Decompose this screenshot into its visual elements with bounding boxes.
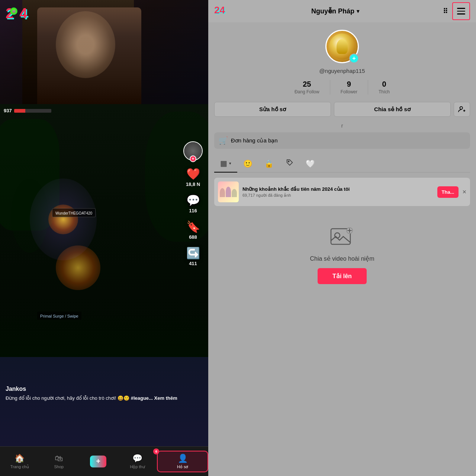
hp-value: 937 [4, 108, 12, 113]
tab-favorites[interactable]: 🤍 [300, 155, 321, 172]
notif-thumbnail [218, 181, 239, 202]
heart-outline-icon: 🤍 [306, 159, 315, 168]
profile-body: + @nguyenphap115 25 Đang Follow 9 Follow… [208, 22, 476, 476]
bottom-navigation: 🏠 Trang chủ 🛍 Shop + 💬 6 Hộp thư 👤 Hồ sơ [0, 446, 208, 476]
nav-shop[interactable]: 🛍 Shop [39, 451, 79, 472]
svg-point-3 [288, 161, 289, 162]
create-plus-button[interactable]: + [90, 456, 106, 467]
tab-videos-grid[interactable]: ▦ ▾ [214, 155, 237, 173]
r-label: r [214, 123, 470, 129]
like-button[interactable]: ❤️ 18,8 N [186, 167, 200, 187]
cart-icon: 🛒 [219, 136, 228, 145]
stat-following-count: 25 [303, 80, 311, 89]
hamburger-line-1 [457, 8, 465, 9]
avatar-area[interactable]: + [183, 141, 203, 161]
upload-button[interactable]: Tải lên [318, 268, 367, 284]
notification-banner: Những khoảnh khắc đầu tiên năm 2024 của … [214, 178, 470, 206]
memories-icon [329, 223, 355, 249]
header-username-area[interactable]: Nguyễn Pháp ▾ [311, 7, 359, 15]
tab-private[interactable]: 🔒 [258, 155, 280, 172]
home-icon: 🏠 [15, 454, 25, 463]
caption-username: Jankos [6, 386, 178, 392]
bookmark-button[interactable]: 🔖 688 [186, 220, 200, 240]
inbox-icon: 💬 [132, 454, 142, 463]
notif-content: Những khoảnh khắc đầu tiên năm 2024 của … [242, 186, 434, 197]
header-right-actions: ⠿ [443, 2, 470, 20]
order-text: Đơn hàng của bạn [231, 137, 278, 144]
inbox-badge: 6 [153, 448, 159, 454]
share-profile-button[interactable]: Chia sẻ hồ sơ [334, 102, 451, 117]
nav-home-label: Trang chủ [10, 464, 29, 469]
tab-chevron-icon: ▾ [229, 161, 231, 166]
profile-icon: 👤 [178, 454, 188, 463]
smile-icon: 🙂 [243, 159, 253, 168]
share-dots-icon[interactable]: ⠿ [443, 7, 448, 15]
stat-followers-label: Follower [341, 89, 357, 94]
add-friends-button[interactable] [454, 102, 470, 117]
svg-point-0 [460, 107, 463, 109]
notif-title: Những khoảnh khắc đầu tiên năm 2024 của … [242, 186, 434, 193]
stat-likes-count: 0 [382, 80, 386, 89]
hamburger-line-3 [457, 13, 465, 15]
empty-state-section: Chia sẻ video hoài niệm Tải lên [214, 212, 470, 295]
profile-username: @nguyenphap115 [214, 68, 470, 74]
skill-label: Primal Surge / Swipe [37, 312, 81, 320]
profile-avatar-section: + [214, 30, 470, 63]
order-section[interactable]: 🛒 Đơn hàng của bạn [214, 132, 470, 149]
menu-hamburger-button[interactable] [452, 2, 470, 20]
empty-state-title: Chia sẻ video hoài niệm [310, 255, 374, 262]
comment-button[interactable]: 💬 116 [186, 194, 200, 213]
profile-header: 24 Nguyễn Pháp ▾ ⠿ [208, 0, 476, 22]
tab-tagged[interactable] [280, 155, 300, 172]
nav-profile[interactable]: 👤 Hồ sơ [157, 451, 208, 472]
caption-text: Đừng đổ lỗi cho người chơi, hãy đổ lỗi c… [6, 395, 178, 402]
tag-icon [286, 158, 294, 168]
profile-action-buttons: Sửa hồ sơ Chia sẻ hồ sơ [214, 102, 470, 117]
avatar-add-icon[interactable]: + [349, 54, 359, 63]
stat-followers[interactable]: 9 Follower [330, 80, 368, 94]
follow-plus-icon[interactable]: + [190, 155, 196, 162]
username-chevron-icon: ▾ [357, 8, 359, 14]
stat-likes-label: Thích [379, 89, 390, 94]
lock-icon: 🔒 [264, 159, 274, 168]
edit-profile-button[interactable]: Sửa hồ sơ [214, 102, 331, 117]
profile-avatar-wrapper: + [325, 30, 359, 63]
notif-close-button[interactable]: × [462, 188, 466, 196]
profile-stats-row: 25 Đang Follow 9 Follower 0 Thích [214, 80, 470, 94]
hamburger-line-2 [457, 11, 465, 12]
video-caption: Jankos Đừng đổ lỗi cho người chơi, hãy đ… [6, 386, 178, 402]
tiktok-logo: 2 👾 4 [6, 6, 27, 22]
stat-following-label: Đang Follow [295, 89, 319, 94]
nav-profile-label: Hồ sơ [177, 464, 189, 469]
action-buttons-panel: + ❤️ 18,8 N 💬 116 🔖 688 [183, 141, 203, 266]
app-logo: 24 [214, 4, 228, 18]
stat-followers-count: 9 [347, 80, 351, 89]
content-tabs: ▦ ▾ 🙂 🔒 [214, 155, 470, 173]
grid-icon: ▦ [220, 159, 227, 168]
stat-following[interactable]: 25 Đang Follow [284, 80, 330, 94]
profile-panel: 24 Nguyễn Pháp ▾ ⠿ [208, 0, 476, 476]
shop-icon: 🛍 [55, 454, 63, 463]
notif-subtitle: 69,717 người đã đăng ảnh [242, 193, 434, 198]
notif-action-button[interactable]: Tha... [437, 186, 459, 198]
header-username-text: Nguyễn Pháp [311, 7, 354, 15]
nav-inbox[interactable]: 💬 6 Hộp thư [118, 451, 157, 472]
nav-inbox-label: Hộp thư [130, 464, 145, 469]
share-button[interactable]: ↪️ 411 [186, 247, 200, 266]
tab-reactions[interactable]: 🙂 [237, 155, 258, 172]
player-tag: WunderTHEGOAT420 [52, 208, 96, 217]
nav-shop-label: Shop [54, 464, 64, 469]
nav-home[interactable]: 🏠 Trang chủ [0, 451, 39, 472]
stat-likes[interactable]: 0 Thích [368, 80, 400, 94]
nav-create[interactable]: + [78, 453, 118, 470]
